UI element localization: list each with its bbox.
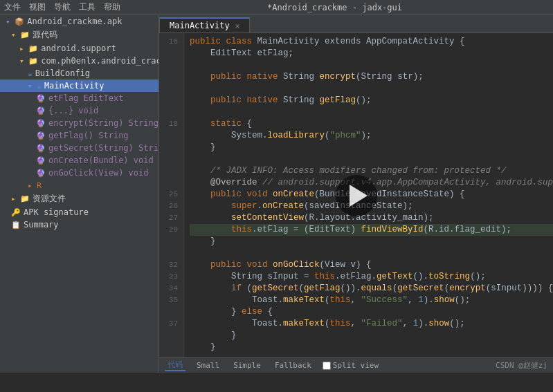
method-icon: 🔮 xyxy=(36,119,46,128)
tree-void[interactable]: 🔮 {...} void xyxy=(0,104,158,117)
folder-icon: ▸ 📁 xyxy=(19,44,38,53)
line-numbers: 16 18 25 26 27 29 xyxy=(159,33,184,357)
tree-apk-signature-label: APK signature xyxy=(24,207,89,217)
menu-file[interactable]: 文件 xyxy=(4,1,21,13)
apk-icon: ▾ 📦 xyxy=(6,17,24,26)
video-play-button[interactable] xyxy=(336,175,377,216)
field-icon: 🔮 xyxy=(36,94,46,103)
split-view-input[interactable] xyxy=(323,362,331,370)
code-line xyxy=(190,59,553,71)
method-icon: 🔮 xyxy=(36,131,46,140)
tree-root-label: Android_crackme.apk xyxy=(27,17,122,26)
tree-com-ph0enlx[interactable]: ▾ 📁 com.ph0enlx.android_crackme xyxy=(0,55,158,67)
code-line xyxy=(190,83,553,95)
tree-getsecret-label: getSecret(String) String xyxy=(48,143,158,153)
folder-icon: ▾ 📁 xyxy=(19,57,38,66)
tree-source[interactable]: ▾ 📁 源代码 xyxy=(0,28,158,42)
tree-getflag[interactable]: 🔮 getFlag() String xyxy=(0,129,158,142)
status-bar: 代码 Small Simple Fallback Split view CSDN… xyxy=(159,357,553,373)
editor-area[interactable]: 16 18 25 26 27 29 xyxy=(159,33,553,357)
tab-simple[interactable]: Simple xyxy=(230,361,264,370)
tab-code[interactable]: 代码 xyxy=(165,360,185,371)
tree-getsecret[interactable]: 🔮 getSecret(String) String xyxy=(0,142,158,154)
code-line: EditText etFlag; xyxy=(190,48,553,59)
tab-close-icon[interactable]: ✕ xyxy=(235,21,240,30)
folder-icon: ▾ 📁 xyxy=(11,30,30,39)
folder-icon: ▸ 📁 xyxy=(11,194,30,203)
method-icon: 🔮 xyxy=(36,144,46,153)
project-tree: ▾ 📦 Android_crackme.apk ▾ 📁 源代码 ▸ 📁 andr… xyxy=(0,15,159,373)
play-icon xyxy=(350,185,368,207)
tab-mainactivity-label: MainActivity xyxy=(170,21,230,30)
tree-buildconfig[interactable]: ☕ BuildConfig xyxy=(0,67,158,80)
tree-android-support[interactable]: ▸ 📁 android.support xyxy=(0,42,158,55)
tree-com-ph0enlx-label: com.ph0enlx.android_crackme xyxy=(41,56,158,66)
tab-bar: MainActivity ✕ xyxy=(159,15,553,33)
code-line: Toast.makeText(this, "Success", 1).show(… xyxy=(190,295,553,306)
split-view-label: Split view xyxy=(333,361,379,370)
code-line: } xyxy=(190,342,553,353)
tree-root-apk[interactable]: ▾ 📦 Android_crackme.apk xyxy=(0,15,158,28)
tree-mainactivity[interactable]: ▾ ☕ MainActivity xyxy=(0,80,158,92)
code-line: public class MainActivity extends AppCom… xyxy=(190,36,553,48)
code-line: static { xyxy=(190,118,553,130)
tree-r[interactable]: ▸ R xyxy=(0,179,158,192)
summary-icon: 📋 xyxy=(11,221,21,230)
tab-mainactivity[interactable]: MainActivity ✕ xyxy=(159,17,250,32)
code-line: public void onGoClick(View v) { xyxy=(190,259,553,271)
status-left: 代码 Small Simple Fallback Split view xyxy=(165,360,379,371)
code-line: public native String encrypt(String str)… xyxy=(190,71,553,83)
menu-view[interactable]: 视图 xyxy=(29,1,46,13)
code-line: } xyxy=(190,330,553,342)
tree-summary-label: Summary xyxy=(24,220,59,230)
tree-encrypt[interactable]: 🔮 encrypt(String) String xyxy=(0,117,158,129)
r-icon: ▸ R xyxy=(28,181,42,190)
tab-small[interactable]: Small xyxy=(194,361,222,370)
tree-etflag[interactable]: 🔮 etFlag EditText xyxy=(0,92,158,104)
tree-getflag-label: getFlag() String xyxy=(48,131,129,140)
code-line: this.etFlag = (EditText) findViewById(R.… xyxy=(190,224,553,236)
tab-fallback[interactable]: Fallback xyxy=(272,361,314,370)
editor-panel: MainActivity ✕ 16 18 xyxy=(159,15,553,373)
tree-apk-signature[interactable]: 🔑 APK signature xyxy=(0,206,158,218)
tree-source-label: 源代码 xyxy=(33,29,57,41)
window-title: *Android_crackme - jadx-gui xyxy=(129,3,541,12)
code-line: public native String getFlag(); xyxy=(190,95,553,106)
code-line: } xyxy=(190,142,553,153)
tree-onclick[interactable]: 🔮 onGoClick(View) void xyxy=(0,167,158,179)
menu-help[interactable]: 帮助 xyxy=(104,1,120,13)
tree-oncreate-label: onCreate(Bundle) void xyxy=(48,156,154,165)
code-line: if (getSecret(getFlag()).equals(getSecre… xyxy=(190,283,553,295)
tree-mainactivity-label: MainActivity xyxy=(44,81,105,91)
code-line: Toast.makeText(this, "Failed", 1).show()… xyxy=(190,318,553,330)
code-line xyxy=(190,353,553,357)
tree-resources-label: 资源文件 xyxy=(33,193,66,205)
code-line: } xyxy=(190,236,553,248)
method-icon: 🔮 xyxy=(36,169,46,178)
code-line: } else { xyxy=(190,306,553,318)
code-line: System.loadLibrary("phcm"); xyxy=(190,130,553,142)
code-line xyxy=(190,106,553,118)
menu-bar: 文件 视图 导航 工具 帮助 *Android_crackme - jadx-g… xyxy=(0,0,553,15)
code-line: setContentView(R.layout.activity_main); xyxy=(190,212,553,224)
split-view-checkbox[interactable]: Split view xyxy=(323,361,379,370)
tree-etflag-label: etFlag EditText xyxy=(48,93,123,103)
tree-void-label: {...} void xyxy=(48,106,98,115)
tree-summary[interactable]: 📋 Summary xyxy=(0,218,158,231)
menu-navigate[interactable]: 导航 xyxy=(54,1,71,13)
code-line xyxy=(190,153,553,165)
tree-encrypt-label: encrypt(String) String xyxy=(48,118,158,128)
tree-resources[interactable]: ▸ 📁 资源文件 xyxy=(0,192,158,206)
tree-buildconfig-label: BuildConfig xyxy=(35,68,90,78)
code-line: String sInput = this.etFlag.getText().to… xyxy=(190,271,553,283)
method-icon: 🔮 xyxy=(36,106,46,115)
code-line: /* JADX INFO: Access modifiers changed f… xyxy=(190,165,553,177)
status-right: CSDN @赵健zj xyxy=(496,360,547,371)
tree-oncreate[interactable]: 🔮 onCreate(Bundle) void xyxy=(0,154,158,167)
tree-android-support-label: android.support xyxy=(41,44,116,53)
method-icon: 🔮 xyxy=(36,156,46,165)
java-icon: ☕ xyxy=(28,69,33,78)
menu-tools[interactable]: 工具 xyxy=(79,1,96,13)
java-icon: ▾ ☕ xyxy=(28,82,42,91)
signature-icon: 🔑 xyxy=(11,208,21,217)
